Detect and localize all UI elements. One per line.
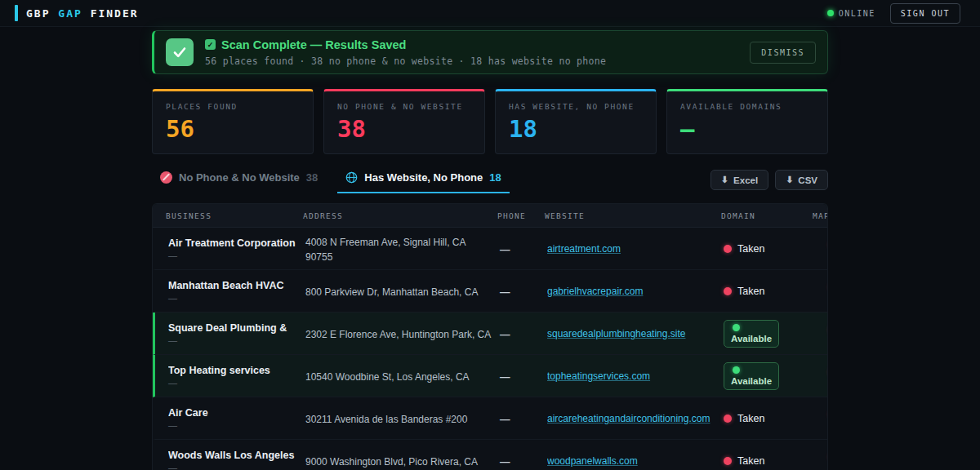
table-row: Top Heating services — 10540 Woodbine St…	[153, 355, 827, 397]
tab-has-website-no-phone[interactable]: Has Website, No Phone 18	[337, 169, 509, 193]
business-name: Manhattan Beach HVAC	[168, 280, 305, 291]
address-text: 9000 Washington Blvd, Pico Rivera, CA	[305, 456, 478, 468]
business-name: Square Deal Plumbing &	[168, 322, 305, 334]
app-logo: GBP GAP FINDER	[15, 5, 139, 21]
stat-card-has-website-no-phone: HAS WEBSITE, NO PHONE 18	[495, 89, 657, 154]
results-table: BUSINESS ADDRESS PHONE WEBSITE DOMAIN MA…	[152, 203, 828, 470]
online-dot-icon	[827, 10, 834, 16]
online-status: ONLINE	[827, 9, 875, 18]
domain-status-label: Taken	[737, 455, 764, 467]
available-dot-icon	[733, 324, 740, 331]
stat-value: —	[680, 118, 814, 141]
address-text: 10540 Woodbine St, Los Angeles, CA	[305, 371, 470, 383]
stat-card-places-found: PLACES FOUND 56	[152, 89, 314, 154]
dismiss-button[interactable]: DISMISS	[750, 42, 816, 64]
business-note: —	[168, 293, 305, 303]
column-header-maps: MAPS	[806, 211, 828, 220]
address-text: 4008 N Freeman Ave, Signal Hill, CA 9075…	[305, 237, 466, 263]
tab-no-phone-no-website[interactable]: No Phone & No Website 38	[152, 169, 326, 193]
logo-part-finder: FINDER	[91, 7, 139, 20]
online-status-label: ONLINE	[839, 9, 875, 18]
tab-label: No Phone & No Website	[179, 171, 300, 184]
table-row: Manhattan Beach HVAC — 800 Parkview Dr, …	[153, 270, 827, 313]
download-icon: ⬇	[721, 175, 728, 185]
business-name: Air Care	[168, 407, 305, 419]
export-csv-label: CSV	[798, 175, 817, 185]
globe-icon	[345, 171, 358, 184]
banner-subtitle: 56 places found · 38 no phone & no websi…	[205, 55, 738, 67]
business-note: —	[168, 335, 305, 345]
stat-card-available-domains: AVAILABLE DOMAINS —	[666, 89, 828, 154]
business-note: —	[168, 378, 305, 388]
website-link[interactable]: squaredealplumbingheating.site	[547, 328, 715, 339]
domain-status-label: Taken	[737, 286, 764, 297]
business-note: —	[168, 251, 305, 260]
phone-value: —	[500, 414, 510, 425]
website-link[interactable]: woodpanelwalls.com	[547, 455, 715, 467]
domain-status-available-badge: Available	[724, 320, 779, 348]
stat-value: 18	[509, 118, 643, 141]
business-note: —	[168, 463, 305, 470]
address-text: 30211 Avenida de las Banderas #200	[305, 414, 467, 425]
top-bar: GBP GAP FINDER ONLINE SIGN OUT	[0, 0, 980, 27]
business-name: Top Heating services	[168, 365, 305, 376]
banner-title: Scan Complete — Results Saved	[221, 38, 406, 51]
domain-status-taken: Taken	[724, 286, 808, 297]
result-tabs: No Phone & No Website 38 Has Website, No…	[152, 169, 510, 193]
website-link[interactable]: aircareheatingandairconditioning.com	[547, 413, 715, 424]
business-note: —	[168, 420, 305, 430]
website-link[interactable]: gabrielhvacrepair.com	[547, 286, 715, 297]
tab-count: 18	[489, 171, 501, 184]
table-header-row: BUSINESS ADDRESS PHONE WEBSITE DOMAIN MA…	[153, 204, 827, 228]
column-header-business: BUSINESS	[166, 211, 303, 220]
phone-value: —	[500, 329, 510, 340]
taken-dot-icon	[724, 457, 732, 465]
phone-value: —	[500, 286, 510, 298]
download-icon: ⬇	[786, 175, 793, 185]
stat-label: NO PHONE & NO WEBSITE	[337, 102, 471, 111]
domain-status-label: Available	[731, 334, 772, 344]
business-name: Air Treatment Corporation	[168, 237, 305, 249]
stat-value: 38	[337, 118, 471, 141]
stat-cards: PLACES FOUND 56 NO PHONE & NO WEBSITE 38…	[152, 89, 828, 154]
export-excel-button[interactable]: ⬇ Excel	[710, 170, 768, 190]
export-csv-button[interactable]: ⬇ CSV	[775, 170, 828, 190]
domain-status-taken: Taken	[724, 455, 808, 467]
table-row: Square Deal Plumbing & — 2302 E Florence…	[153, 313, 827, 355]
table-row: Air Treatment Corporation — 4008 N Freem…	[153, 228, 827, 270]
logo-part-gap: GAP	[58, 7, 82, 20]
taken-dot-icon	[724, 415, 732, 423]
checkbox-icon: ✓	[205, 39, 216, 50]
phone-value: —	[500, 371, 510, 383]
tab-label: Has Website, No Phone	[364, 171, 483, 184]
phone-value: —	[500, 244, 510, 255]
phone-value: —	[500, 456, 510, 468]
table-row: Air Care — 30211 Avenida de las Banderas…	[153, 397, 827, 440]
app-title: GBP GAP FINDER	[26, 7, 139, 20]
scan-complete-banner: ✓ Scan Complete — Results Saved 56 place…	[152, 30, 828, 74]
available-dot-icon	[733, 366, 740, 374]
stat-label: HAS WEBSITE, NO PHONE	[509, 102, 643, 111]
stat-card-no-phone-no-website: NO PHONE & NO WEBSITE 38	[323, 89, 485, 154]
column-header-phone: PHONE	[497, 211, 545, 220]
taken-dot-icon	[724, 287, 732, 295]
website-link[interactable]: topheatingservices.com	[547, 370, 715, 382]
domain-status-taken: Taken	[724, 413, 808, 424]
website-link[interactable]: airtreatment.com	[547, 243, 715, 255]
business-name: Woods Walls Los Angeles	[168, 450, 305, 461]
domain-status-taken: Taken	[724, 243, 808, 255]
taken-dot-icon	[724, 245, 732, 253]
column-header-address: ADDRESS	[303, 211, 497, 220]
check-square-icon	[166, 38, 194, 66]
domain-status-label: Available	[731, 376, 772, 386]
phone-slash-icon	[160, 171, 172, 184]
column-header-website: WEBSITE	[545, 211, 721, 220]
domain-status-available-badge: Available	[724, 362, 779, 390]
domain-status-label: Taken	[737, 413, 764, 424]
sign-out-button[interactable]: SIGN OUT	[890, 3, 960, 24]
stat-label: PLACES FOUND	[166, 102, 300, 111]
table-row: Woods Walls Los Angeles — 9000 Washingto…	[153, 440, 827, 470]
domain-status-label: Taken	[737, 243, 764, 255]
stat-label: AVAILABLE DOMAINS	[680, 102, 814, 111]
column-header-domain: DOMAIN	[721, 211, 806, 220]
